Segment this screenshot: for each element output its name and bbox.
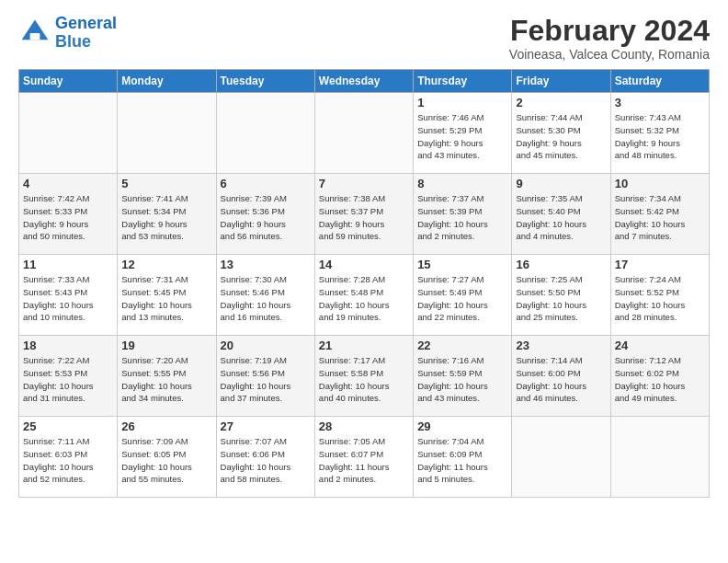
day-number: 3 [615,96,705,109]
calendar-cell: 19Sunrise: 7:20 AM Sunset: 5:55 PM Dayli… [118,336,216,417]
calendar-cell: 12Sunrise: 7:31 AM Sunset: 5:45 PM Dayli… [118,255,216,336]
day-header-saturday: Saturday [610,70,709,93]
day-info: Sunrise: 7:44 AM Sunset: 5:30 PM Dayligh… [516,111,606,162]
day-header-monday: Monday [118,70,216,93]
day-number: 19 [121,339,211,352]
main-title: February 2024 [509,15,710,47]
calendar-cell: 21Sunrise: 7:17 AM Sunset: 5:58 PM Dayli… [314,336,413,417]
calendar-week-3: 11Sunrise: 7:33 AM Sunset: 5:43 PM Dayli… [19,255,710,336]
calendar-cell: 22Sunrise: 7:16 AM Sunset: 5:59 PM Dayli… [414,336,512,417]
day-number: 17 [615,258,705,271]
day-info: Sunrise: 7:42 AM Sunset: 5:33 PM Dayligh… [23,192,113,243]
calendar-cell [216,93,314,174]
day-info: Sunrise: 7:24 AM Sunset: 5:52 PM Dayligh… [615,273,705,324]
header: General Blue February 2024 Voineasa, Val… [18,15,710,62]
day-number: 23 [516,339,606,352]
calendar-cell: 6Sunrise: 7:39 AM Sunset: 5:36 PM Daylig… [216,174,314,255]
logo: General Blue [18,15,117,52]
day-info: Sunrise: 7:38 AM Sunset: 5:37 PM Dayligh… [319,192,409,243]
day-header-friday: Friday [512,70,610,93]
day-number: 26 [121,419,211,433]
calendar-cell: 2Sunrise: 7:44 AM Sunset: 5:30 PM Daylig… [512,93,610,174]
calendar-cell: 23Sunrise: 7:14 AM Sunset: 6:00 PM Dayli… [512,336,610,417]
calendar-cell: 14Sunrise: 7:28 AM Sunset: 5:48 PM Dayli… [314,255,413,336]
day-number: 13 [221,258,311,271]
calendar-cell: 13Sunrise: 7:30 AM Sunset: 5:46 PM Dayli… [216,255,314,336]
day-number: 21 [319,339,409,352]
calendar-cell [610,417,709,498]
calendar-cell: 3Sunrise: 7:43 AM Sunset: 5:32 PM Daylig… [610,93,709,174]
day-info: Sunrise: 7:19 AM Sunset: 5:56 PM Dayligh… [221,354,311,405]
calendar-cell: 17Sunrise: 7:24 AM Sunset: 5:52 PM Dayli… [610,255,709,336]
calendar-cell: 10Sunrise: 7:34 AM Sunset: 5:42 PM Dayli… [610,174,709,255]
calendar-cell: 15Sunrise: 7:27 AM Sunset: 5:49 PM Dayli… [414,255,512,336]
calendar-cell: 29Sunrise: 7:04 AM Sunset: 6:09 PM Dayli… [414,417,512,498]
calendar-cell: 16Sunrise: 7:25 AM Sunset: 5:50 PM Dayli… [512,255,610,336]
day-number: 22 [417,339,507,352]
day-info: Sunrise: 7:22 AM Sunset: 5:53 PM Dayligh… [23,354,113,405]
page: General Blue February 2024 Voineasa, Val… [0,0,728,563]
day-number: 27 [221,419,311,433]
day-info: Sunrise: 7:34 AM Sunset: 5:42 PM Dayligh… [615,192,705,243]
day-info: Sunrise: 7:07 AM Sunset: 6:06 PM Dayligh… [221,435,311,486]
day-info: Sunrise: 7:25 AM Sunset: 5:50 PM Dayligh… [516,273,606,324]
day-info: Sunrise: 7:28 AM Sunset: 5:48 PM Dayligh… [319,273,409,324]
calendar-week-4: 18Sunrise: 7:22 AM Sunset: 5:53 PM Dayli… [19,336,710,417]
calendar-cell: 11Sunrise: 7:33 AM Sunset: 5:43 PM Dayli… [19,255,118,336]
day-number: 12 [121,258,211,271]
day-number: 24 [615,339,705,352]
calendar-cell: 20Sunrise: 7:19 AM Sunset: 5:56 PM Dayli… [216,336,314,417]
day-number: 9 [516,177,606,190]
day-number: 20 [221,339,311,352]
calendar-header-row: SundayMondayTuesdayWednesdayThursdayFrid… [19,70,710,93]
day-number: 8 [417,177,507,190]
day-info: Sunrise: 7:35 AM Sunset: 5:40 PM Dayligh… [516,192,606,243]
day-info: Sunrise: 7:30 AM Sunset: 5:46 PM Dayligh… [221,273,311,324]
day-number: 28 [319,419,409,433]
day-info: Sunrise: 7:09 AM Sunset: 6:05 PM Dayligh… [121,435,211,486]
day-info: Sunrise: 7:39 AM Sunset: 5:36 PM Dayligh… [221,192,311,243]
day-number: 11 [23,258,113,271]
day-info: Sunrise: 7:31 AM Sunset: 5:45 PM Dayligh… [121,273,211,324]
calendar-cell: 8Sunrise: 7:37 AM Sunset: 5:39 PM Daylig… [414,174,512,255]
day-header-thursday: Thursday [414,70,512,93]
calendar-cell [314,93,413,174]
day-info: Sunrise: 7:46 AM Sunset: 5:29 PM Dayligh… [417,111,507,162]
calendar-cell: 27Sunrise: 7:07 AM Sunset: 6:06 PM Dayli… [216,417,314,498]
day-info: Sunrise: 7:33 AM Sunset: 5:43 PM Dayligh… [23,273,113,324]
calendar-cell: 28Sunrise: 7:05 AM Sunset: 6:07 PM Dayli… [314,417,413,498]
calendar-cell: 1Sunrise: 7:46 AM Sunset: 5:29 PM Daylig… [414,93,512,174]
day-info: Sunrise: 7:20 AM Sunset: 5:55 PM Dayligh… [121,354,211,405]
calendar-cell: 5Sunrise: 7:41 AM Sunset: 5:34 PM Daylig… [118,174,216,255]
logo-blue: Blue [55,33,117,52]
day-number: 10 [615,177,705,190]
day-number: 29 [417,419,507,433]
calendar-cell: 25Sunrise: 7:11 AM Sunset: 6:03 PM Dayli… [19,417,118,498]
calendar-cell [118,93,216,174]
day-info: Sunrise: 7:27 AM Sunset: 5:49 PM Dayligh… [417,273,507,324]
calendar-cell: 4Sunrise: 7:42 AM Sunset: 5:33 PM Daylig… [19,174,118,255]
calendar-cell: 26Sunrise: 7:09 AM Sunset: 6:05 PM Dayli… [118,417,216,498]
calendar-cell: 18Sunrise: 7:22 AM Sunset: 5:53 PM Dayli… [19,336,118,417]
day-number: 4 [23,177,113,190]
day-number: 14 [319,258,409,271]
day-info: Sunrise: 7:11 AM Sunset: 6:03 PM Dayligh… [23,435,113,486]
calendar: SundayMondayTuesdayWednesdayThursdayFrid… [18,69,710,498]
logo-icon [18,17,51,50]
day-header-wednesday: Wednesday [314,70,413,93]
calendar-cell: 9Sunrise: 7:35 AM Sunset: 5:40 PM Daylig… [512,174,610,255]
day-number: 16 [516,258,606,271]
day-header-tuesday: Tuesday [216,70,314,93]
subtitle: Voineasa, Valcea County, Romania [509,47,710,62]
day-info: Sunrise: 7:43 AM Sunset: 5:32 PM Dayligh… [615,111,705,162]
title-block: February 2024 Voineasa, Valcea County, R… [509,15,710,62]
day-info: Sunrise: 7:14 AM Sunset: 6:00 PM Dayligh… [516,354,606,405]
day-number: 18 [23,339,113,352]
day-info: Sunrise: 7:37 AM Sunset: 5:39 PM Dayligh… [417,192,507,243]
day-number: 25 [23,419,113,433]
calendar-cell: 7Sunrise: 7:38 AM Sunset: 5:37 PM Daylig… [314,174,413,255]
calendar-week-5: 25Sunrise: 7:11 AM Sunset: 6:03 PM Dayli… [19,417,710,498]
day-header-sunday: Sunday [19,70,118,93]
svg-rect-1 [30,33,40,40]
day-number: 7 [319,177,409,190]
